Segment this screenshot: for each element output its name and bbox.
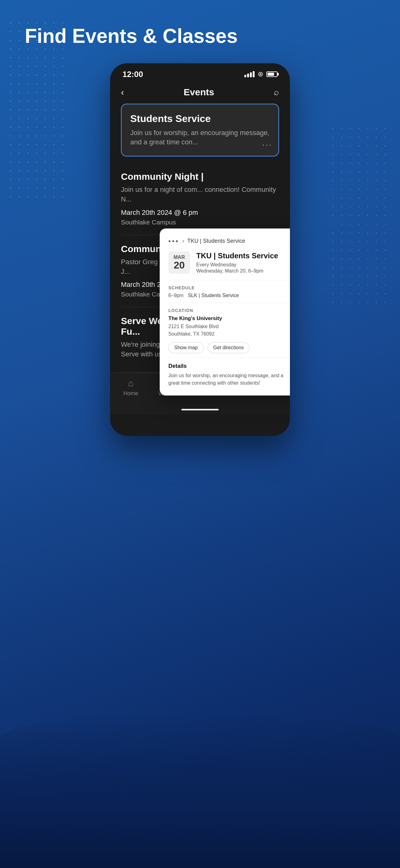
featured-event-description: Join us for worship, an encouraging mess… xyxy=(130,128,270,148)
location-addr1: 2121 E Southlake Blvd xyxy=(168,324,219,329)
details-text: Join us for worship, an encouraging mess… xyxy=(168,372,288,387)
popup-date-box: MAR 20 xyxy=(168,251,190,274)
signal-icon xyxy=(244,71,255,77)
breadcrumb-dots: ••• xyxy=(168,237,179,245)
featured-event-card[interactable]: Students Service Join us for worship, an… xyxy=(121,104,279,157)
popup-event-info: TKU | Students Service Every Wednesday W… xyxy=(196,251,288,274)
location-address: 2121 E Southlake Blvd Southlake, TX 7609… xyxy=(168,323,288,338)
divider xyxy=(168,303,288,303)
home-indicator xyxy=(181,409,219,410)
divider xyxy=(168,280,288,280)
popup-event-recurrence: Every Wednesday xyxy=(196,262,288,268)
breadcrumb-arrow: › xyxy=(182,238,184,244)
wave-decoration xyxy=(0,713,400,868)
event-description: Join us for a night of com... connection… xyxy=(121,185,279,204)
event-location: Southlake Campus xyxy=(121,219,279,226)
popup-date-month: MAR xyxy=(173,254,186,260)
popup-event-datetime: Wednesday, March 20, 6–9pm xyxy=(196,268,288,274)
popup-event-title: TKU | Students Service xyxy=(196,251,288,260)
schedule-name: SLK | Students Service xyxy=(188,293,239,298)
show-map-button[interactable]: Show map xyxy=(168,342,204,353)
event-item[interactable]: Community Night | Join us for a night of… xyxy=(121,163,279,235)
popup-breadcrumb: ••• › TKU | Students Service xyxy=(168,237,288,245)
status-time: 12:00 xyxy=(123,69,143,79)
search-icon[interactable]: ⌕ xyxy=(274,87,279,97)
location-label: LOCATION xyxy=(168,308,288,313)
event-title: Community Night | xyxy=(121,172,279,182)
battery-icon xyxy=(266,71,277,77)
phone-mockup: 12:00 ⊛ ‹ Events ⌕ Students Service Join… xyxy=(110,63,290,436)
popup-date-day: 20 xyxy=(173,260,186,270)
tab-home-label: Home xyxy=(124,390,138,397)
details-title: Details xyxy=(168,363,288,369)
schedule-time: 6–9pm xyxy=(168,293,184,298)
nav-header: ‹ Events ⌕ xyxy=(110,82,290,104)
popup-action-buttons: Show map Get directions xyxy=(168,342,288,353)
more-options-icon[interactable]: ··· xyxy=(262,140,272,150)
status-bar: 12:00 ⊛ xyxy=(110,63,290,82)
page-title: Find Events & Classes xyxy=(0,0,400,63)
home-icon: ⌂ xyxy=(128,378,133,389)
popup-event-header: MAR 20 TKU | Students Service Every Wedn… xyxy=(168,251,288,274)
event-detail-popup: ••• › TKU | Students Service MAR 20 TKU … xyxy=(160,228,290,396)
divider xyxy=(168,358,288,358)
featured-event-title: Students Service xyxy=(130,113,270,124)
schedule-row: 6–9pm SLK | Students Service xyxy=(168,293,288,298)
schedule-label: SCHEDULE xyxy=(168,285,288,290)
wifi-icon: ⊛ xyxy=(258,70,263,78)
breadcrumb-text: TKU | Students Service xyxy=(187,238,245,244)
back-button[interactable]: ‹ xyxy=(121,87,124,97)
location-addr2: Southlake, TX 76092 xyxy=(168,331,214,337)
events-title: Events xyxy=(184,87,214,97)
tab-home[interactable]: ⌂ Home xyxy=(124,378,138,397)
get-directions-button[interactable]: Get directions xyxy=(207,342,250,353)
location-name: The King's University xyxy=(168,315,288,321)
event-date: March 20th 2024 @ 6 pm xyxy=(121,209,279,217)
status-icons: ⊛ xyxy=(244,70,277,78)
